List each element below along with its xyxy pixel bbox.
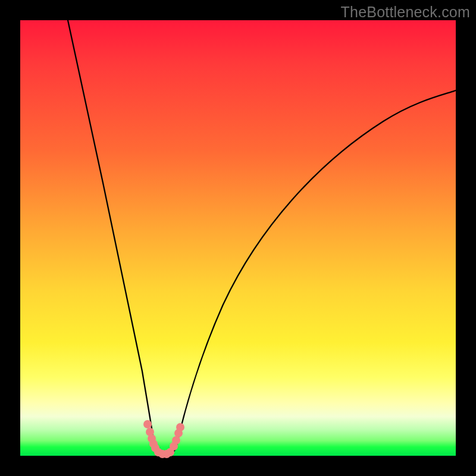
marker-dot	[176, 423, 184, 431]
curve-left-branch	[68, 20, 155, 447]
curve-right-branch	[176, 90, 456, 447]
valley-markers	[143, 420, 184, 458]
marker-dot	[143, 420, 152, 428]
chart-svg	[20, 20, 456, 456]
outer-frame: TheBottleneck.com	[0, 0, 476, 476]
watermark-text: TheBottleneck.com	[341, 4, 470, 21]
marker-dot	[172, 436, 180, 444]
